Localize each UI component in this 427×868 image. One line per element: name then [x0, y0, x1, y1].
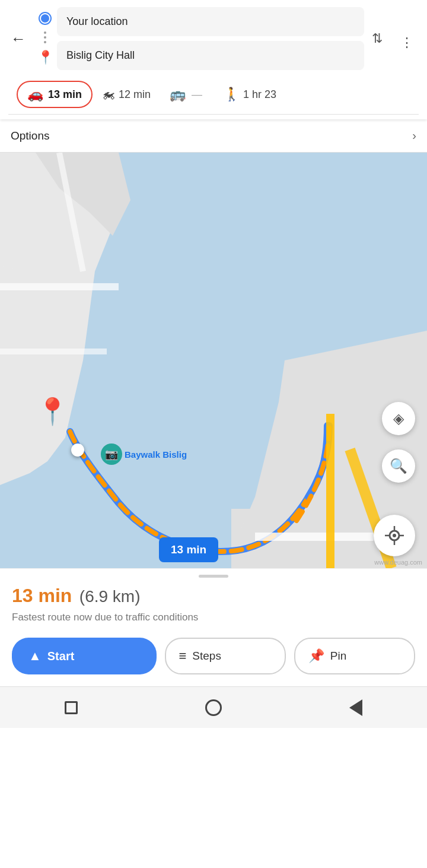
location-icon: [384, 525, 405, 546]
destination-input[interactable]: [57, 41, 364, 70]
pin-button[interactable]: 📌 Pin: [294, 638, 415, 674]
swap-icon: ⇅: [372, 31, 383, 46]
origin-input[interactable]: [57, 7, 364, 36]
svg-point-17: [393, 534, 396, 537]
mode-motorcycle[interactable]: 🏍 12 min: [93, 82, 160, 107]
route-summary: 13 min (6.9 km): [12, 585, 415, 607]
route-time-badge: 13 min: [159, 537, 218, 562]
pin-label: Pin: [330, 650, 346, 663]
sheet-handle: [12, 569, 415, 585]
motorcycle-icon: 🏍: [102, 87, 115, 102]
route-distance: (6.9 km): [79, 587, 141, 606]
camera-marker: 📷: [101, 443, 122, 465]
transit-time: —: [189, 88, 205, 101]
layers-button[interactable]: ◈: [382, 402, 415, 435]
nav-back-button[interactable]: [338, 690, 374, 726]
android-nav-bar: [0, 686, 427, 728]
bottom-sheet: 13 min (6.9 km) Fastest route now due to…: [0, 568, 427, 686]
options-row[interactable]: Options ›: [0, 119, 427, 153]
action-buttons: ▲ Start ≡ Steps 📌 Pin: [12, 638, 415, 674]
options-label: Options: [11, 129, 49, 142]
route-time-main: 13 min: [12, 585, 72, 606]
header: ← 📍 ⇅ ⋮ 🚗: [0, 0, 427, 119]
location-button[interactable]: [374, 515, 415, 556]
svg-rect-10: [326, 414, 334, 568]
mode-car[interactable]: 🚗 13 min: [17, 81, 93, 108]
route-dots: [44, 31, 46, 43]
more-button[interactable]: ⋮: [395, 28, 419, 49]
nav-home-button[interactable]: [196, 690, 231, 726]
handle-bar: [199, 575, 228, 578]
route-icons: 📍: [33, 7, 57, 70]
more-icon: ⋮: [400, 36, 413, 49]
svg-rect-6: [0, 283, 119, 290]
nav-recents-button[interactable]: [53, 690, 89, 726]
watermark: www.deuag.com: [374, 559, 422, 566]
layers-icon: ◈: [393, 410, 404, 427]
map-search-button[interactable]: 🔍: [382, 449, 415, 483]
transit-icon: 🚌: [170, 87, 186, 102]
back-icon: ←: [11, 30, 26, 47]
start-icon: ▲: [28, 648, 42, 664]
svg-rect-7: [0, 349, 107, 354]
steps-button[interactable]: ≡ Steps: [165, 638, 286, 674]
route-description: Fastest route now due to traffic conditi…: [12, 612, 415, 623]
nav-home-icon: [205, 699, 222, 716]
walk-icon: 🚶: [224, 87, 240, 102]
transport-modes: 🚗 13 min 🏍 12 min 🚌 — 🚶 1 hr 23: [8, 75, 419, 115]
walk-time: 1 hr 23: [243, 88, 276, 101]
back-button[interactable]: ←: [8, 27, 28, 50]
motorcycle-time: 12 min: [119, 88, 151, 101]
car-icon: 🚗: [27, 87, 43, 102]
start-label: Start: [47, 650, 75, 663]
inputs-col: [57, 7, 364, 70]
origin-marker: [71, 443, 84, 457]
pin-icon: 📌: [308, 648, 324, 664]
mode-transit[interactable]: 🚌 —: [160, 82, 214, 107]
start-button[interactable]: ▲ Start: [12, 638, 157, 674]
dest-pin: 📍: [37, 51, 53, 64]
destination-marker: 📍: [36, 396, 69, 427]
steps-label: Steps: [192, 650, 221, 663]
search-icon: 🔍: [390, 458, 407, 474]
origin-dot: [40, 13, 50, 24]
chevron-right-icon: ›: [412, 129, 416, 142]
map-container[interactable]: Baywalk Bislig Mangagoy Publ De La Salle…: [0, 153, 427, 568]
swap-button[interactable]: ⇅: [364, 7, 390, 70]
svg-rect-9: [255, 533, 374, 541]
steps-icon: ≡: [179, 648, 187, 664]
mode-walk[interactable]: 🚶 1 hr 23: [214, 82, 286, 107]
nav-back-icon: [349, 699, 362, 716]
car-time: 13 min: [48, 88, 82, 101]
nav-square-icon: [65, 701, 78, 714]
